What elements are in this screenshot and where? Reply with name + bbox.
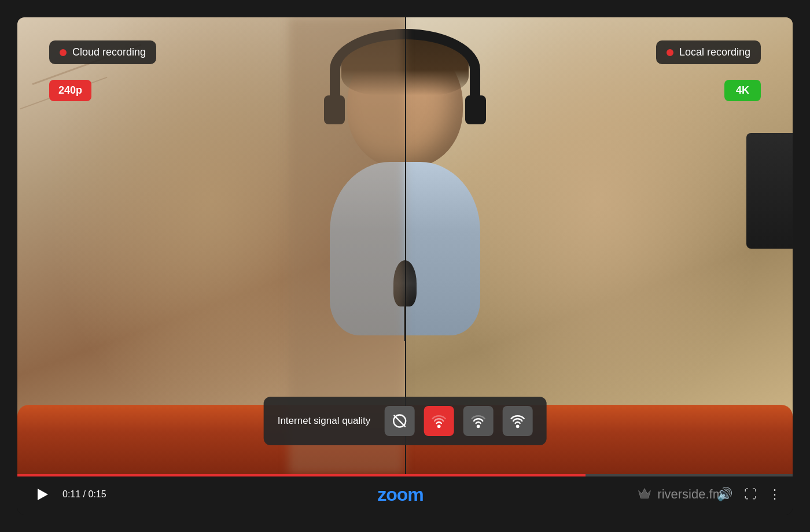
no-signal-icon	[391, 413, 407, 429]
video-player: Cloud recording 240p Local recording 4K …	[17, 17, 793, 515]
progress-bar-container[interactable]	[17, 474, 793, 476]
right-controls: 🔊 ⛶ ⋮	[717, 487, 781, 502]
signal-btn-low[interactable]	[424, 406, 454, 436]
signal-btn-none[interactable]	[384, 406, 414, 436]
local-recording-label: Local recording	[679, 46, 750, 58]
quality-label-left: 240p	[58, 84, 82, 96]
progress-bar-fill	[17, 474, 586, 476]
wifi-low-icon	[430, 413, 447, 429]
signal-btn-medium[interactable]	[463, 406, 493, 436]
zoom-logo: zoom	[377, 484, 424, 505]
quality-label-right: 4K	[736, 84, 749, 96]
more-button[interactable]: ⋮	[768, 487, 781, 502]
riverside-logo: riverside.fm	[636, 486, 723, 503]
play-button[interactable]	[35, 486, 51, 503]
controls-bar: 0:11 / 0:15 zoom riverside.fm 🔊 ⛶ ⋮	[17, 474, 793, 515]
zoom-label: zoom	[377, 484, 424, 505]
local-recording-badge: Local recording	[656, 40, 761, 64]
quality-badge-240p: 240p	[49, 80, 91, 101]
wifi-medium-icon	[470, 413, 486, 429]
cloud-recording-badge: Cloud recording	[49, 40, 156, 64]
wifi-high-icon	[509, 413, 525, 429]
recording-dot-left	[60, 49, 67, 56]
cloud-recording-label: Cloud recording	[72, 46, 146, 58]
signal-quality-label: Internet signal quality	[278, 415, 371, 427]
svg-line-1	[394, 416, 405, 427]
fullscreen-button[interactable]: ⛶	[744, 487, 757, 502]
recording-dot-right	[667, 49, 673, 56]
time-display: 0:11 / 0:15	[62, 489, 106, 500]
signal-quality-bar: Internet signal quality	[264, 397, 547, 445]
riverside-icon	[636, 486, 653, 503]
signal-btn-high[interactable]	[502, 406, 532, 436]
play-icon	[38, 489, 48, 500]
video-area: Cloud recording 240p Local recording 4K …	[17, 17, 793, 474]
volume-button[interactable]: 🔊	[717, 487, 732, 502]
quality-badge-4k: 4K	[724, 80, 761, 101]
riverside-label: riverside.fm	[657, 487, 723, 502]
